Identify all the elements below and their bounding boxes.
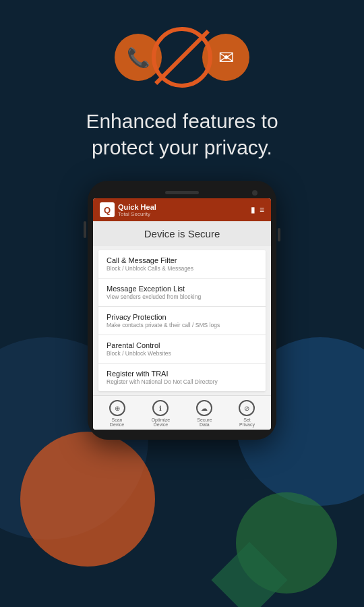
menu-list: Call & Message Filter Block / Unblock Ca… (98, 250, 266, 391)
speaker-grill (165, 191, 199, 194)
phone-icon: 📞 (127, 47, 150, 69)
nav-optimize-device[interactable]: ℹ OptimizeDevice (152, 400, 171, 427)
menu-item-privacy-title: Privacy Protection (107, 313, 257, 321)
menu-item-privacy-protection[interactable]: Privacy Protection Make contacts private… (98, 307, 266, 335)
device-status-banner: Device is Secure (93, 221, 271, 246)
secure-data-icon: ☁ (196, 400, 212, 416)
app-header-right: ▮ ≡ (251, 205, 264, 214)
phone-body: Q Quick Heal Total Security ▮ ≡ Device i… (88, 181, 276, 440)
menu-item-call-filter-title: Call & Message Filter (107, 256, 257, 264)
nav-set-privacy[interactable]: ⊘ SetPrivacy (239, 400, 255, 427)
menu-item-exception-title: Message Exception List (107, 285, 257, 293)
nav-secure-data[interactable]: ☁ SecureData (196, 400, 212, 427)
menu-icon[interactable]: ≡ (260, 205, 264, 214)
app-header: Q Quick Heal Total Security ▮ ≡ (93, 198, 271, 221)
set-privacy-label: SetPrivacy (239, 417, 255, 427)
bottom-nav: ⊕ ScanDevice ℹ OptimizeDevice ☁ SecureDa… (93, 395, 271, 430)
phone-top-bar (93, 191, 271, 194)
set-privacy-icon: ⊘ (239, 400, 255, 416)
menu-item-exception-sub: View senders excluded from blocking (107, 293, 257, 300)
nav-scan-device[interactable]: ⊕ ScanDevice (109, 400, 125, 427)
app-title: Quick Heal (118, 203, 156, 211)
menu-item-privacy-sub: Make contacts private & their call / SMS… (107, 322, 257, 328)
scan-device-icon: ⊕ (109, 400, 125, 416)
menu-item-call-filter-sub: Block / Unblock Calls & Messages (107, 265, 257, 272)
menu-item-parental-sub: Block / Unblock Websites (107, 350, 257, 357)
volume-button (84, 221, 86, 238)
bg-decor-2 (20, 432, 155, 567)
optimize-device-icon: ℹ (152, 400, 169, 416)
headline-line1: Enhanced features to (86, 110, 278, 132)
app-subtitle: Total Security (118, 211, 156, 217)
power-button (278, 228, 280, 241)
phone-mockup: Q Quick Heal Total Security ▮ ≡ Device i… (88, 181, 276, 440)
scan-device-label: ScanDevice (110, 417, 124, 427)
menu-item-trai[interactable]: Register with TRAI Register with Nationa… (98, 364, 266, 391)
phone-screen: Q Quick Heal Total Security ▮ ≡ Device i… (93, 198, 271, 430)
menu-item-trai-sub: Register with National Do Not Call Direc… (107, 378, 257, 385)
headline: Enhanced features to protect your privac… (59, 108, 305, 161)
block-symbol (152, 27, 212, 88)
app-title-block: Quick Heal Total Security (118, 203, 156, 217)
menu-item-exception-list[interactable]: Message Exception List View senders excl… (98, 279, 266, 307)
menu-item-parental-control[interactable]: Parental Control Block / Unblock Website… (98, 335, 266, 364)
app-header-left: Q Quick Heal Total Security (100, 202, 156, 217)
front-camera (252, 190, 257, 196)
mail-icon: ✉ (218, 47, 234, 69)
battery-icon: ▮ (251, 205, 255, 214)
secure-data-label: SecureData (197, 417, 212, 427)
headline-line2: protect your privacy. (92, 136, 272, 158)
menu-item-parental-title: Parental Control (107, 341, 257, 349)
menu-item-call-filter[interactable]: Call & Message Filter Block / Unblock Ca… (98, 250, 266, 279)
menu-item-trai-title: Register with TRAI (107, 370, 257, 378)
optimize-device-label: OptimizeDevice (152, 417, 171, 427)
app-logo: Q (100, 202, 115, 217)
feature-icons-row: 📞 ✉ (115, 27, 249, 88)
